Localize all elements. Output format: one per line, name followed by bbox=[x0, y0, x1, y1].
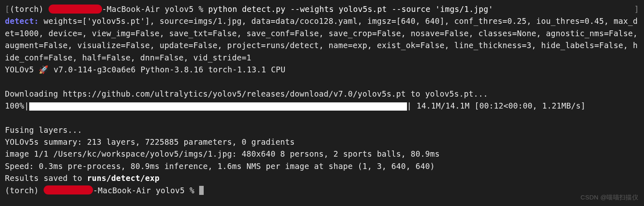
bracket-open: [ bbox=[5, 5, 10, 14]
redacted-username bbox=[49, 5, 102, 14]
detect-params: weights=['yolov5s.pt'], source=imgs/1.jp… bbox=[5, 16, 643, 62]
progress-pct: 100%| bbox=[5, 101, 29, 110]
redacted-username-2 bbox=[44, 185, 93, 194]
yolo-name: YOLOv5 bbox=[5, 65, 39, 74]
progress-line: 100%|| 14.1M/14.1M [00:12<00:00, 1.21MB/… bbox=[5, 100, 639, 112]
command-line: [(torch) -MacBook-Air yolov5 % python de… bbox=[5, 3, 639, 15]
env-name: (torch) bbox=[10, 5, 49, 14]
prompt-line-2: (torch) -MacBook-Air yolov5 % bbox=[5, 185, 639, 197]
version-info: v7.0-114-g3c0a6e6 Python-3.8.16 torch-1.… bbox=[49, 65, 286, 74]
fusing-line: Fusing layers... bbox=[5, 124, 639, 136]
version-line: YOLOv5 🚀 v7.0-114-g3c0a6e6 Python-3.8.16… bbox=[5, 64, 639, 76]
terminal-cursor[interactable] bbox=[199, 186, 204, 195]
detect-label: detect: bbox=[5, 16, 44, 25]
results-prefix: Results saved to bbox=[5, 174, 87, 183]
blank-line bbox=[5, 112, 639, 124]
results-line: Results saved to runs/detect/exp bbox=[5, 172, 639, 184]
speed-line: Speed: 0.3ms pre-process, 80.9ms inferen… bbox=[5, 160, 639, 172]
watermark-text: CSDN @喵喵扫描仪 bbox=[581, 192, 638, 202]
rocket-icon: 🚀 bbox=[39, 64, 49, 76]
image-result-line: image 1/1 /Users/kc/workspace/yolov5/img… bbox=[5, 148, 639, 160]
host-path: -MacBook-Air yolov5 % bbox=[102, 5, 208, 14]
progress-stats: | 14.1M/14.1M [00:12<00:00, 1.21MB/s] bbox=[407, 101, 586, 110]
host-path-2: -MacBook-Air yolov5 % bbox=[93, 186, 199, 195]
blank-line bbox=[5, 76, 639, 88]
progress-bar-fill bbox=[29, 102, 407, 111]
env-name-2: (torch) bbox=[5, 186, 44, 195]
results-path: runs/detect/exp bbox=[87, 174, 160, 183]
download-line: Downloading https://github.com/ultralyti… bbox=[5, 88, 639, 100]
bracket-close: ] bbox=[634, 3, 639, 15]
detect-params-line: detect: weights=['yolov5s.pt'], source=i… bbox=[5, 15, 639, 64]
command-text: python detect.py --weights yolov5s.pt --… bbox=[208, 5, 493, 14]
summary-line: YOLOv5s summary: 213 layers, 7225885 par… bbox=[5, 136, 639, 148]
